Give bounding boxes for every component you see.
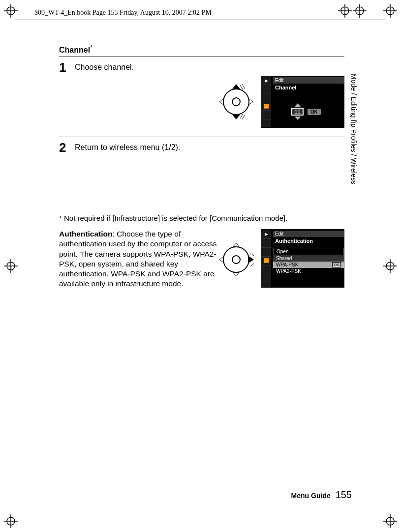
step2-text: Return to wireless menu (1/2). <box>75 141 344 152</box>
auth-open: Open <box>273 248 344 255</box>
side-section-title: Mode / Editing ftp Profiles / Wireless <box>350 74 358 184</box>
screen3-title: Authentication <box>273 237 344 245</box>
screen1-title: Channel <box>273 84 344 91</box>
auth-body: : Choose the type of authentication used… <box>59 230 217 288</box>
screen-authentication: ▶📶 Edit Authentication Open Shared WPA-P… <box>261 229 344 283</box>
svg-point-25 <box>232 98 240 106</box>
crop-mark-tc2 <box>338 4 352 18</box>
crop-mark-tc1 <box>353 4 367 18</box>
auth-paragraph: Authentication: Choose the type of authe… <box>59 229 226 289</box>
footnote: * Not required if [Infrastructure] is se… <box>59 214 344 222</box>
screen3-edit: Edit <box>273 231 344 237</box>
step1-text: Choose channel. <box>75 61 344 72</box>
svg-marker-29 <box>249 99 253 105</box>
step1-rule <box>59 137 344 137</box>
svg-line-33 <box>242 115 245 119</box>
heading-text: Channel <box>59 46 90 54</box>
header-rule <box>15 20 386 20</box>
dpad-updown-icon <box>216 82 256 121</box>
svg-point-24 <box>223 89 249 115</box>
crop-mark-ml <box>4 259 18 273</box>
heading-asterisk: * <box>90 44 93 51</box>
print-header: $00_WT-4_En.book Page 155 Friday, August… <box>34 9 212 17</box>
footer-page: 155 <box>336 489 352 500</box>
auth-wpa: WPA-PSK <box>276 262 298 267</box>
screen-channel: ▶📶 Edit Channel 11 OK <box>261 76 344 128</box>
crop-mark-tr <box>383 4 397 18</box>
ok-badge: OK <box>308 109 321 115</box>
crop-mark-bl <box>4 514 18 528</box>
auth-wpa2: WPA2-PSK <box>273 268 344 274</box>
crop-mark-mr <box>383 259 397 273</box>
footer: Menu Guide 155 <box>291 489 352 501</box>
crop-mark-br <box>383 514 397 528</box>
auth-shared: Shared <box>273 255 344 262</box>
svg-line-30 <box>240 85 243 90</box>
step2-number: 2 <box>59 141 70 154</box>
svg-line-32 <box>240 114 243 118</box>
channel-value: 11 <box>291 108 303 116</box>
footer-label: Menu Guide <box>291 492 331 500</box>
svg-marker-28 <box>219 99 223 105</box>
heading-rule <box>59 57 344 57</box>
svg-line-31 <box>242 84 245 89</box>
step1-number: 1 <box>59 61 70 74</box>
crop-mark-tl <box>4 4 18 18</box>
svg-marker-27 <box>232 115 240 119</box>
auth-ok: OK <box>332 262 341 267</box>
auth-label: Authentication <box>59 230 113 238</box>
svg-marker-26 <box>232 84 240 89</box>
section-heading: Channel* <box>59 44 344 55</box>
screen1-edit: Edit <box>273 77 344 84</box>
